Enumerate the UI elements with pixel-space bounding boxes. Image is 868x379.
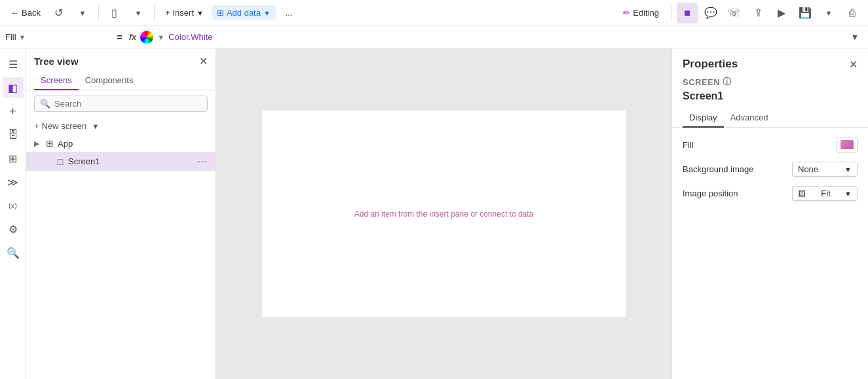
image-position-field: Image position 🖼 Fit ▼ — [683, 186, 858, 201]
canvas-screen[interactable]: Add an item from the insert pane or conn… — [262, 111, 626, 317]
publish-button[interactable]: ⎙ — [842, 3, 863, 24]
plus-icon: + — [165, 8, 170, 18]
properties-header: Properties ✕ — [672, 48, 868, 76]
separator-2 — [154, 5, 155, 21]
sidebar-icons: ☰ ◧ + 🗄 ⊞ ≫ (x) ⚙ 🔍 — [0, 48, 26, 379]
properties-screen-label: SCREEN ⓘ — [672, 76, 868, 88]
tree-panel-close-button[interactable]: ✕ — [199, 55, 208, 67]
property-label: Fill — [5, 32, 16, 42]
separator-1 — [98, 5, 99, 21]
search-input[interactable] — [54, 99, 202, 109]
add-data-dropdown-icon: ▼ — [263, 9, 271, 17]
save-dropdown-button[interactable]: ▼ — [818, 3, 839, 24]
more-button[interactable]: ... — [278, 3, 299, 24]
image-position-select[interactable]: 🖼 Fit ▼ — [792, 186, 858, 201]
background-image-select[interactable]: None ▼ — [792, 162, 858, 177]
new-screen-button[interactable]: + New screen ▼ — [26, 117, 216, 135]
insert-label: Insert — [173, 8, 195, 18]
tree-panel-header: Tree view ✕ — [26, 48, 216, 71]
layers-icon[interactable]: ◧ — [3, 77, 24, 98]
tab-components[interactable]: Components — [79, 71, 140, 90]
equals-sign: = — [114, 31, 125, 43]
undo-dropdown-button[interactable]: ▼ — [72, 3, 93, 24]
hamburger-icon[interactable]: ☰ — [3, 54, 24, 75]
tree-item-app[interactable]: ▶ ⊞ App — [26, 135, 216, 152]
tree-tabs: Screens Components — [26, 71, 216, 90]
image-position-icon: 🖼 — [798, 189, 806, 198]
undo-button[interactable]: ↺ — [48, 3, 69, 24]
fill-swatch-button[interactable] — [837, 137, 858, 153]
more-label: ... — [285, 8, 292, 18]
grid-icon[interactable]: ⊞ — [3, 148, 24, 169]
editing-button[interactable]: ✏ Editing — [616, 5, 666, 20]
formula-dropdown-button[interactable]: ▼ — [847, 29, 863, 45]
background-image-field: Background image None ▼ — [683, 162, 858, 177]
add-icon[interactable]: + — [3, 101, 24, 122]
add-data-label: Add data — [227, 8, 261, 18]
variable-icon[interactable]: (x) — [3, 195, 24, 216]
copy-button[interactable]: ▯ — [104, 3, 125, 24]
properties-panel: Properties ✕ SCREEN ⓘ Screen1 Display Ad… — [671, 48, 868, 379]
insert-dropdown-icon: ▼ — [197, 9, 204, 17]
canvas-area[interactable]: Add an item from the insert pane or conn… — [216, 48, 671, 379]
database-icon[interactable]: 🗄 — [3, 124, 24, 145]
tree-panel: Tree view ✕ Screens Components 🔍 + New s… — [26, 48, 216, 379]
play-button[interactable]: ▶ — [771, 3, 792, 24]
back-arrow-icon: ← — [10, 8, 19, 18]
tools-icon[interactable]: ⚙ — [3, 219, 24, 240]
background-image-dropdown-icon: ▼ — [844, 166, 852, 173]
property-selector[interactable]: Fill ▼ — [5, 32, 110, 42]
share-button[interactable]: ⇪ — [747, 3, 768, 24]
image-position-value: Fit — [821, 189, 830, 198]
search-icon: 🔍 — [40, 99, 50, 109]
fill-swatch-color — [840, 140, 854, 149]
fill-field: Fill — [683, 137, 858, 153]
image-position-dropdown-icon: ▼ — [844, 190, 852, 198]
tab-display[interactable]: Display — [683, 109, 724, 128]
properties-fields: Fill Background image None ▼ Image posit… — [672, 128, 868, 210]
top-toolbar: ← Back ↺ ▼ ▯ ▼ + Insert ▼ ⊞ Add data ▼ .… — [0, 0, 868, 26]
tab-screens[interactable]: Screens — [34, 71, 79, 90]
add-data-button[interactable]: ⊞ Add data ▼ — [212, 5, 276, 20]
tab-advanced[interactable]: Advanced — [724, 109, 775, 128]
tree-search-container: 🔍 — [34, 96, 208, 112]
formula-bar: Fill ▼ = fx ▼ ▼ — [0, 26, 868, 48]
color-icon[interactable] — [140, 31, 153, 44]
properties-screen-name: Screen1 — [672, 88, 868, 109]
back-button[interactable]: ← Back — [5, 5, 46, 20]
app-chevron-icon: ▶ — [34, 139, 42, 148]
screen-help-icon[interactable]: ⓘ — [723, 76, 732, 88]
copy-dropdown-button[interactable]: ▼ — [128, 3, 149, 24]
plus-new-screen-icon: + — [34, 121, 39, 131]
screen1-label: Screen1 — [68, 156, 195, 166]
properties-button[interactable]: ■ — [677, 3, 698, 24]
table-icon: ⊞ — [217, 8, 224, 18]
tree-item-screen1[interactable]: ▶ □ Screen1 ⋯ — [26, 152, 216, 171]
new-screen-dropdown-icon: ▼ — [92, 122, 99, 130]
properties-close-button[interactable]: ✕ — [849, 58, 858, 71]
editing-label: Editing — [633, 8, 659, 18]
insert-button[interactable]: + Insert ▼ — [160, 5, 209, 20]
tree-items: ▶ ⊞ App ▶ □ Screen1 ⋯ — [26, 135, 216, 379]
save-button[interactable]: 💾 — [795, 3, 816, 24]
app-label: App — [58, 139, 208, 149]
background-image-value: None — [798, 164, 818, 174]
app-icon: ⊞ — [45, 138, 55, 149]
accessibility-button[interactable]: ☏ — [724, 3, 745, 24]
fill-control — [837, 137, 858, 153]
image-position-label: Image position — [683, 189, 738, 198]
code-icon[interactable]: ≫ — [3, 171, 24, 192]
back-label: Back — [22, 8, 41, 18]
fill-label: Fill — [683, 140, 694, 150]
color-dropdown-icon[interactable]: ▼ — [157, 33, 164, 41]
screen-label-text: SCREEN — [683, 77, 720, 87]
main-content: ☰ ◧ + 🗄 ⊞ ≫ (x) ⚙ 🔍 Tree view ✕ Screens … — [0, 48, 868, 379]
formula-input[interactable] — [168, 32, 843, 42]
search-icon-sidebar[interactable]: 🔍 — [3, 242, 24, 263]
fx-icon: fx — [129, 32, 137, 42]
toolbar-right: ✏ Editing ■ 💬 ☏ ⇪ ▶ 💾 ▼ ⎙ — [616, 3, 863, 24]
screen1-more-button[interactable]: ⋯ — [197, 155, 208, 168]
properties-tabs: Display Advanced — [672, 109, 868, 128]
separator-3 — [671, 5, 671, 21]
comments-button[interactable]: 💬 — [700, 3, 721, 24]
